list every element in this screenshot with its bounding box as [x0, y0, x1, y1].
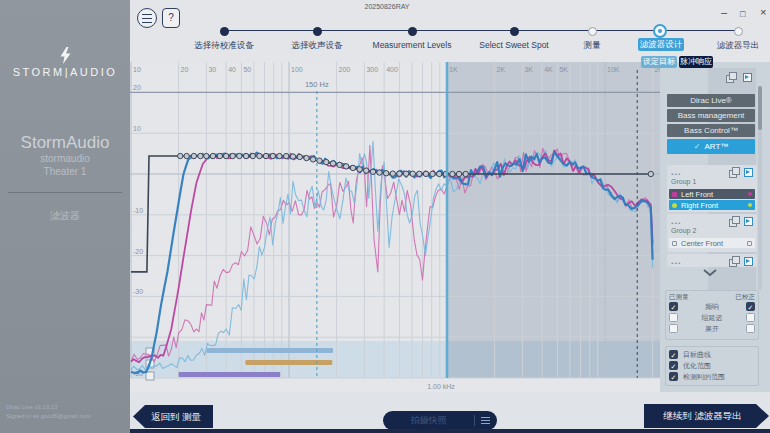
tab-art-active[interactable]: ✓ART™: [667, 139, 755, 154]
target-handle[interactable]: [290, 154, 295, 159]
target-handle[interactable]: [456, 171, 461, 176]
step-dot-7[interactable]: [734, 27, 743, 36]
target-handle[interactable]: [270, 153, 275, 158]
step-dot-3[interactable]: [408, 27, 417, 36]
group-menu-icon[interactable]: ...: [671, 258, 682, 264]
help-button[interactable]: ?: [162, 8, 180, 28]
target-handle[interactable]: [237, 153, 242, 158]
target-handle[interactable]: [283, 153, 288, 158]
group-copy-icon[interactable]: [729, 216, 739, 226]
step-dot-6-selected[interactable]: [653, 24, 667, 38]
target-handle[interactable]: [317, 158, 322, 163]
group-copy-icon[interactable]: [729, 256, 739, 266]
group-export-icon[interactable]: [744, 257, 753, 266]
continue-to-filter-export-button[interactable]: 继续到 滤波器导出: [644, 404, 769, 428]
target-handle[interactable]: [390, 171, 395, 176]
copy-icon[interactable]: [726, 72, 736, 82]
svg-text:200: 200: [339, 66, 351, 73]
target-handle[interactable]: [370, 169, 375, 174]
group-menu-icon[interactable]: ...: [671, 218, 682, 224]
group-copy-icon[interactable]: [729, 167, 739, 177]
target-handle[interactable]: [257, 153, 262, 158]
panel-scrollbar-thumb[interactable]: [758, 86, 762, 130]
tab-dirac-live[interactable]: Dirac Live®: [667, 94, 755, 107]
impulse-response-button[interactable]: 脉冲响应: [679, 56, 713, 68]
group-export-icon[interactable]: [744, 217, 753, 226]
target-handle[interactable]: [198, 153, 203, 158]
target-handle[interactable]: [304, 155, 309, 160]
target-handle[interactable]: [343, 164, 348, 169]
detected-range-checkbox[interactable]: ✓: [669, 372, 678, 381]
step-label-filter-export[interactable]: 滤波器导出: [678, 40, 770, 52]
target-handle[interactable]: [330, 161, 335, 166]
channel-row-right-front-selected[interactable]: Right Front: [669, 200, 755, 210]
expand-groups-chevron-down-icon[interactable]: [702, 268, 718, 279]
measured-magnitude-checkbox[interactable]: ✓: [669, 302, 678, 311]
target-handle[interactable]: [184, 153, 189, 158]
step-dot-2[interactable]: [313, 27, 322, 36]
target-handle[interactable]: [410, 171, 415, 176]
target-handle[interactable]: [377, 170, 382, 175]
target-handle[interactable]: [243, 153, 248, 158]
optimization-range-checkbox[interactable]: ✓: [669, 361, 678, 370]
group-menu-icon[interactable]: ...: [671, 169, 682, 175]
target-handle[interactable]: [450, 171, 455, 176]
measured-spread-checkbox[interactable]: [669, 324, 678, 333]
step-label-measure[interactable]: 测量: [532, 40, 652, 52]
target-handle[interactable]: [230, 153, 235, 158]
target-handle[interactable]: [337, 162, 342, 167]
target-handle[interactable]: [217, 153, 222, 158]
target-handle[interactable]: [178, 153, 183, 158]
sidebar-item-filter[interactable]: 滤波器: [0, 209, 130, 223]
target-handle[interactable]: [383, 171, 388, 176]
channel-row-left-front[interactable]: Left Front: [669, 189, 755, 199]
minimize-button[interactable]: –: [721, 5, 727, 19]
svg-text:5K: 5K: [559, 66, 568, 73]
export-icon[interactable]: [743, 73, 752, 82]
step-dot-4[interactable]: [510, 27, 519, 36]
hamburger-menu-button[interactable]: [137, 8, 157, 28]
theater-name: Theater 1: [0, 166, 130, 177]
close-button[interactable]: ×: [760, 5, 766, 19]
take-snapshot-button[interactable]: 拍摄快照: [383, 411, 497, 430]
target-handle[interactable]: [204, 153, 209, 158]
measured-groupdelay-checkbox[interactable]: [669, 313, 678, 322]
target-handle[interactable]: [223, 153, 228, 158]
step-dot-5[interactable]: [588, 27, 597, 36]
art-support-checkbox-3[interactable]: [146, 372, 154, 380]
target-handle[interactable]: [310, 157, 315, 162]
target-curve-checkbox[interactable]: ✓: [669, 350, 678, 359]
target-handle[interactable]: [423, 171, 428, 176]
step-dot-1[interactable]: [220, 27, 229, 36]
target-handle[interactable]: [263, 153, 268, 158]
target-handle[interactable]: [324, 159, 329, 164]
target-handle[interactable]: [403, 171, 408, 176]
target-handle[interactable]: [210, 153, 215, 158]
corrected-groupdelay-checkbox[interactable]: [746, 313, 755, 322]
tab-bass-management[interactable]: Bass management: [667, 109, 755, 122]
channel-row-center-front[interactable]: Center Front: [669, 238, 755, 248]
maximize-button[interactable]: □: [740, 7, 745, 21]
tab-bass-control[interactable]: Bass Control™: [667, 124, 755, 137]
top-bar: ? 20250826RAY – □ × 选择待校准设备 选择收声设备 Measu…: [130, 0, 770, 62]
target-handle[interactable]: [350, 165, 355, 170]
svg-text:4K: 4K: [544, 66, 553, 73]
target-handle[interactable]: [437, 171, 442, 176]
back-to-measure-button[interactable]: 返回到 测量: [133, 405, 213, 428]
svg-text:2K: 2K: [497, 66, 506, 73]
set-target-button[interactable]: 设定目标: [641, 56, 677, 68]
target-handle[interactable]: [357, 167, 362, 172]
target-handle[interactable]: [277, 153, 282, 158]
target-handle[interactable]: [648, 171, 653, 176]
target-handle[interactable]: [250, 153, 255, 158]
target-handle[interactable]: [430, 171, 435, 176]
target-handle[interactable]: [397, 171, 402, 176]
target-handle[interactable]: [463, 171, 468, 176]
group-export-icon[interactable]: [744, 168, 753, 177]
target-handle[interactable]: [297, 154, 302, 159]
target-handle[interactable]: [191, 153, 196, 158]
corrected-spread-checkbox[interactable]: [746, 324, 755, 333]
target-handle[interactable]: [363, 168, 368, 173]
corrected-magnitude-checkbox[interactable]: ✓: [746, 302, 755, 311]
target-handle[interactable]: [417, 171, 422, 176]
